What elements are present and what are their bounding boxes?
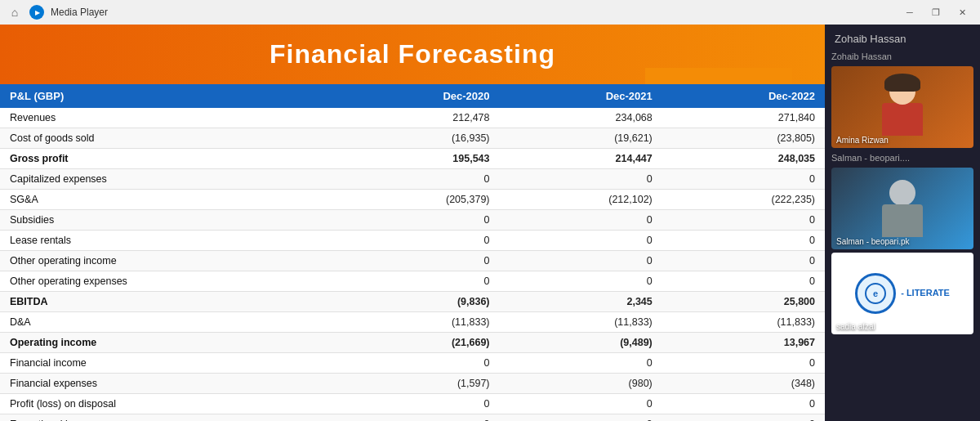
table-cell-dec2020: 212,478 <box>336 108 499 128</box>
table-row: Other operating expenses000 <box>0 271 825 292</box>
table-cell-dec2020: (21,669) <box>336 333 499 353</box>
table-cell-dec2021: (19,621) <box>500 128 662 149</box>
table-cell-dec2022: 0 <box>662 251 825 271</box>
col-header-dec2022: Dec-2022 <box>662 84 825 108</box>
table-cell-dec2020: (11,833) <box>336 312 499 333</box>
table-cell-dec2022: 0 <box>662 210 825 231</box>
table-cell-label: Lease rentals <box>0 231 336 251</box>
table-cell-dec2020: (16,935) <box>336 128 499 149</box>
table-cell-dec2021: 0 <box>500 210 662 231</box>
titlebar-left: ⌂ Media Player <box>7 4 108 20</box>
table-row: Revenues212,478234,068271,840 <box>0 108 825 128</box>
table-cell-dec2022: 0 <box>662 353 825 374</box>
table-cell-dec2020: (205,379) <box>336 190 499 210</box>
table-cell-dec2020: 0 <box>336 251 499 271</box>
financial-table: P&L (GBP) Dec-2020 Dec-2021 Dec-2022 Rev… <box>0 84 825 421</box>
table-cell-label: Operating income <box>0 333 336 353</box>
table-cell-dec2022: (222,235) <box>662 190 825 210</box>
player-icon <box>29 5 44 20</box>
table-cell-label: SG&A <box>0 190 336 210</box>
table-cell-label: Cost of goods sold <box>0 128 336 149</box>
table-cell-dec2020: 0 <box>336 353 499 374</box>
svg-text:e: e <box>873 289 878 298</box>
e-literate-logo-icon: e <box>864 282 887 305</box>
table-cell-dec2022: 0 <box>662 169 825 190</box>
table-cell-dec2021: (980) <box>500 374 662 394</box>
table-cell-dec2020: 0 <box>336 394 499 414</box>
participant-video-amina: Amina Rizwan <box>831 66 973 148</box>
table-cell-dec2020: (1,597) <box>336 374 499 394</box>
table-cell-label: D&A <box>0 312 336 333</box>
table-cell-dec2022: 271,840 <box>662 108 825 128</box>
table-cell-dec2020: 0 <box>336 231 499 251</box>
video-label-salman: Salman - beopari.pk <box>836 237 910 246</box>
col-header-dec2021: Dec-2021 <box>500 84 662 108</box>
window-controls: ─ ❐ ✕ <box>898 4 973 20</box>
close-button[interactable]: ✕ <box>951 4 973 20</box>
table-cell-dec2021: 0 <box>500 394 662 414</box>
table-cell-dec2021: 0 <box>500 271 662 292</box>
table-cell-dec2022: 248,035 <box>662 149 825 169</box>
main-content: Financial Forecasting P&L (GBP) Dec-2020… <box>0 25 980 421</box>
table-cell-dec2022: 0 <box>662 414 825 422</box>
table-cell-dec2020: 195,543 <box>336 149 499 169</box>
table-cell-label: EBITDA <box>0 292 336 312</box>
table-cell-dec2021: (9,489) <box>500 333 662 353</box>
table-cell-dec2020: 0 <box>336 414 499 422</box>
participant-name-salman-short: Salman - beopari.... <box>825 151 980 164</box>
table-cell-dec2020: 0 <box>336 210 499 231</box>
col-header-dec2020: Dec-2020 <box>336 84 499 108</box>
table-cell-dec2021: 214,447 <box>500 149 662 169</box>
restore-button[interactable]: ❐ <box>924 4 947 20</box>
table-cell-label: Capitalized expenses <box>0 169 336 190</box>
table-cell-dec2022: (11,833) <box>662 312 825 333</box>
table-row: Financial expenses(1,597)(980)(348) <box>0 374 825 394</box>
table-cell-label: Exceptional income <box>0 414 336 422</box>
table-cell-label: Profit (loss) on disposal <box>0 394 336 414</box>
participant-section-salman-label: Salman - beopari.... <box>825 151 980 164</box>
video-label-sadia: sadia afzal <box>836 322 875 331</box>
table-row: Lease rentals000 <box>0 231 825 251</box>
table-row: Subsidies000 <box>0 210 825 231</box>
table-cell-dec2020: (9,836) <box>336 292 499 312</box>
presentation-area: Financial Forecasting P&L (GBP) Dec-2020… <box>0 25 825 421</box>
presentation-title: Financial Forecasting <box>16 39 808 69</box>
table-cell-dec2022: 13,967 <box>662 333 825 353</box>
logo-area: e - LITERATE <box>849 273 956 314</box>
participant-video-sadia: e - LITERATE sadia afzal <box>831 253 973 334</box>
table-row: Financial income000 <box>0 353 825 374</box>
table-row: Cost of goods sold(16,935)(19,621)(23,80… <box>0 128 825 149</box>
table-row: Exceptional income000 <box>0 414 825 422</box>
table-row: Other operating income000 <box>0 251 825 271</box>
participant-name-zohaib: Zohaib Hassan <box>825 50 980 63</box>
table-cell-dec2022: (23,805) <box>662 128 825 149</box>
table-row: EBITDA(9,836)2,34525,800 <box>0 292 825 312</box>
table-row: SG&A(205,379)(212,102)(222,235) <box>0 190 825 210</box>
table-cell-dec2021: (212,102) <box>500 190 662 210</box>
home-icon[interactable]: ⌂ <box>7 4 23 20</box>
table-cell-dec2022: 0 <box>662 394 825 414</box>
table-cell-dec2021: 2,345 <box>500 292 662 312</box>
sidebar-header: Zohaib Hassan <box>825 25 980 50</box>
table-cell-label: Financial expenses <box>0 374 336 394</box>
table-cell-dec2022: (348) <box>662 374 825 394</box>
participant-section-sadia: e - LITERATE sadia afzal <box>825 253 980 334</box>
table-row: Operating income(21,669)(9,489)13,967 <box>0 333 825 353</box>
titlebar: ⌂ Media Player ─ ❐ ✕ <box>0 0 980 25</box>
table-cell-dec2021: 0 <box>500 251 662 271</box>
table-cell-label: Revenues <box>0 108 336 128</box>
table-row: Gross profit195,543214,447248,035 <box>0 149 825 169</box>
sidebar: Zohaib Hassan Zohaib Hassan Amina Rizwan… <box>825 25 980 421</box>
table-cell-label: Subsidies <box>0 210 336 231</box>
financial-table-container[interactable]: P&L (GBP) Dec-2020 Dec-2021 Dec-2022 Rev… <box>0 84 825 421</box>
table-cell-label: Financial income <box>0 353 336 374</box>
table-cell-label: Other operating income <box>0 251 336 271</box>
table-cell-dec2021: 0 <box>500 169 662 190</box>
table-row: Capitalized expenses000 <box>0 169 825 190</box>
minimize-button[interactable]: ─ <box>898 4 921 20</box>
participant-section-zohaib: Zohaib Hassan <box>825 50 980 63</box>
table-row: D&A(11,833)(11,833)(11,833) <box>0 312 825 333</box>
video-label-amina: Amina Rizwan <box>836 136 889 145</box>
table-row: Profit (loss) on disposal000 <box>0 394 825 414</box>
table-cell-dec2021: 0 <box>500 353 662 374</box>
